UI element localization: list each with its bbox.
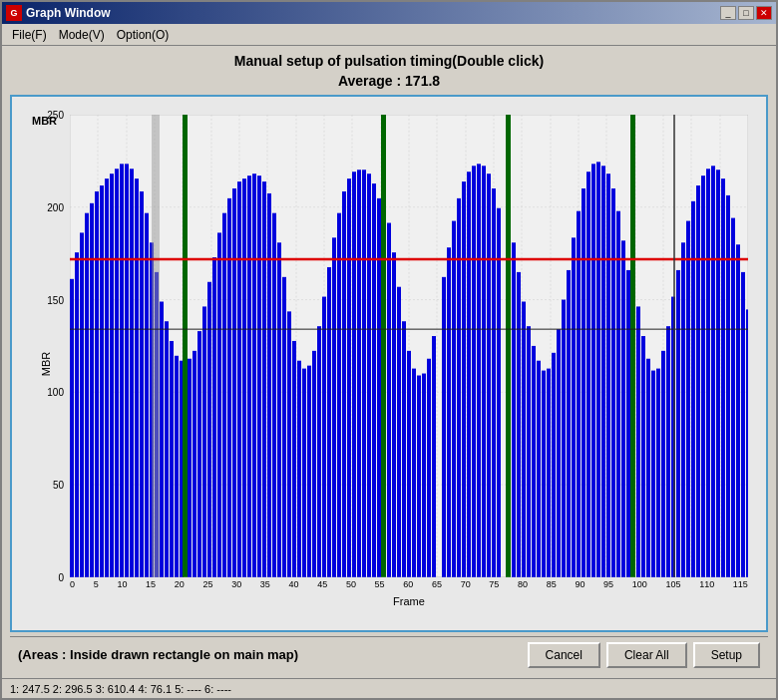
chart-container[interactable]: MBR Blood Flow Frame:107 MBR:123.17 MBR xyxy=(10,95,768,632)
x-tick: 80 xyxy=(518,579,528,589)
svg-rect-131 xyxy=(562,300,566,577)
svg-rect-163 xyxy=(726,195,730,577)
menu-file[interactable]: File(F) xyxy=(6,26,53,44)
svg-rect-157 xyxy=(696,185,700,577)
x-tick: 0 xyxy=(70,579,75,589)
chart-inner: MBR Blood Flow Frame:107 MBR:123.17 MBR xyxy=(20,105,758,622)
svg-rect-41 xyxy=(115,169,119,577)
svg-rect-102 xyxy=(412,369,416,577)
x-tick: 85 xyxy=(547,579,557,589)
x-tick: 75 xyxy=(489,579,499,589)
minimize-button[interactable]: _ xyxy=(720,6,736,20)
svg-rect-116 xyxy=(482,167,486,577)
cancel-button[interactable]: Cancel xyxy=(528,642,600,668)
svg-rect-65 xyxy=(232,188,236,577)
svg-rect-94 xyxy=(367,174,371,577)
svg-rect-154 xyxy=(681,242,685,577)
x-tick: 15 xyxy=(146,579,156,589)
x-tick: 25 xyxy=(202,579,212,589)
svg-rect-77 xyxy=(292,341,296,577)
svg-rect-82 xyxy=(307,366,311,577)
menu-mode[interactable]: Mode(V) xyxy=(53,26,111,44)
svg-rect-109 xyxy=(447,247,451,577)
x-tick: 50 xyxy=(346,579,356,589)
maximize-button[interactable]: □ xyxy=(738,6,754,20)
app-icon: G xyxy=(6,5,22,21)
svg-rect-113 xyxy=(467,172,471,577)
svg-rect-40 xyxy=(110,174,114,577)
svg-rect-101 xyxy=(407,351,411,577)
y-tick-150: 150 xyxy=(47,294,64,305)
y-tick-50: 50 xyxy=(53,480,64,491)
menu-bar: File(F) Mode(V) Option(O) xyxy=(2,24,776,46)
chart-title-line1: Manual setup of pulsation timing(Double … xyxy=(10,52,768,72)
svg-rect-124 xyxy=(532,346,536,577)
svg-rect-122 xyxy=(522,302,526,577)
svg-rect-162 xyxy=(721,178,725,577)
svg-rect-72 xyxy=(267,193,271,577)
svg-rect-137 xyxy=(591,165,595,577)
svg-rect-120 xyxy=(512,242,516,577)
main-window: G Graph Window _ □ ✕ File(F) Mode(V) Opt… xyxy=(0,0,778,700)
svg-rect-68 xyxy=(247,175,251,577)
svg-rect-145 xyxy=(636,307,640,577)
svg-rect-111 xyxy=(457,198,461,577)
svg-rect-159 xyxy=(706,169,710,577)
svg-rect-158 xyxy=(701,175,705,577)
x-tick: 5 xyxy=(94,579,99,589)
svg-rect-57 xyxy=(193,351,196,577)
svg-rect-141 xyxy=(611,188,615,577)
svg-rect-99 xyxy=(397,287,401,577)
x-tick: 60 xyxy=(403,579,413,589)
svg-rect-47 xyxy=(145,213,149,577)
status-text: 1: 247.5 2: 296.5 3: 610.4 4: 76.1 5: --… xyxy=(10,683,231,695)
svg-rect-69 xyxy=(252,174,256,577)
svg-rect-144 xyxy=(626,270,630,577)
menu-option[interactable]: Option(O) xyxy=(111,26,176,44)
x-tick: 45 xyxy=(317,579,327,589)
svg-rect-127 xyxy=(630,115,635,577)
close-button[interactable]: ✕ xyxy=(756,6,772,20)
svg-rect-76 xyxy=(287,312,291,577)
svg-rect-133 xyxy=(572,238,576,577)
svg-rect-149 xyxy=(656,369,660,577)
x-axis: 0 5 10 15 20 25 30 35 40 45 50 55 60 65 xyxy=(70,577,748,622)
svg-rect-71 xyxy=(262,181,266,577)
svg-rect-73 xyxy=(272,213,276,577)
x-tick: 65 xyxy=(432,579,442,589)
svg-rect-119 xyxy=(497,208,501,577)
svg-rect-33 xyxy=(75,252,79,577)
svg-rect-63 xyxy=(222,213,226,577)
x-tick: 110 xyxy=(699,579,714,589)
svg-rect-51 xyxy=(165,321,169,577)
y-axis: 250 200 150 100 50 0 xyxy=(20,115,70,577)
svg-rect-59 xyxy=(202,307,206,577)
svg-rect-129 xyxy=(552,353,556,577)
y-tick-250: 250 xyxy=(47,110,64,121)
clear-all-button[interactable]: Clear All xyxy=(606,642,687,668)
svg-rect-125 xyxy=(537,361,541,577)
svg-rect-60 xyxy=(207,282,211,577)
svg-rect-75 xyxy=(282,277,286,577)
svg-rect-146 xyxy=(641,336,645,577)
chart-title: Manual setup of pulsation timing(Double … xyxy=(10,52,768,91)
title-bar-left: G Graph Window xyxy=(6,5,111,21)
svg-rect-148 xyxy=(651,371,655,577)
window-title: Graph Window xyxy=(26,6,111,20)
svg-rect-87 xyxy=(332,238,336,577)
x-tick: 35 xyxy=(260,579,270,589)
chart-area[interactable] xyxy=(70,115,748,577)
y-tick-200: 200 xyxy=(47,201,64,212)
svg-rect-96 xyxy=(377,198,381,577)
x-tick: 105 xyxy=(665,579,680,589)
svg-rect-128 xyxy=(547,369,551,577)
svg-rect-103 xyxy=(417,376,421,577)
svg-rect-165 xyxy=(736,244,740,577)
svg-rect-52 xyxy=(170,341,174,577)
setup-button[interactable]: Setup xyxy=(693,642,760,668)
chart-title-line2: Average : 171.8 xyxy=(10,72,768,92)
svg-rect-38 xyxy=(100,185,104,577)
x-tick: 55 xyxy=(375,579,385,589)
svg-rect-56 xyxy=(188,359,192,577)
svg-rect-138 xyxy=(596,163,600,577)
